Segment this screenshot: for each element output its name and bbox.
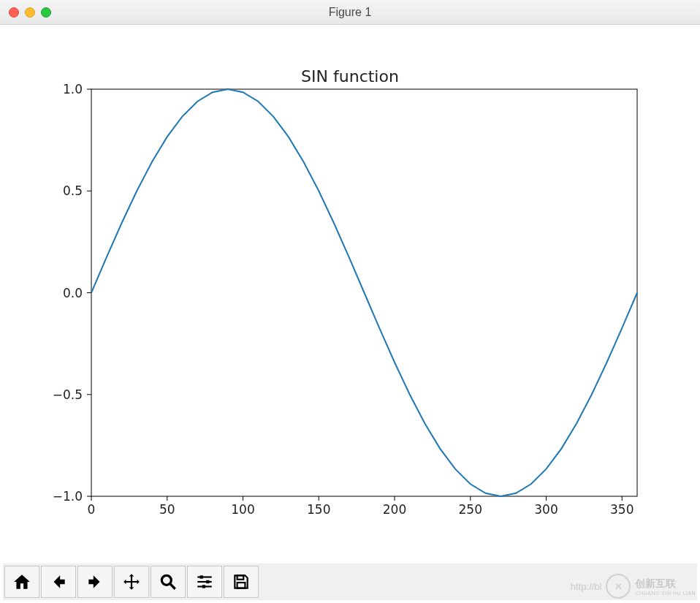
matplotlib-toolbar [3,564,697,600]
x-tick-label: 0 [88,502,96,517]
svg-point-14 [161,575,171,585]
window-title: Figure 1 [0,6,700,19]
x-tick-label: 200 [383,502,406,517]
save-button[interactable] [224,566,259,598]
x-tick-label: 100 [231,502,254,517]
svg-rect-23 [237,583,246,588]
zoom-button[interactable] [151,566,186,598]
back-button[interactable] [41,566,76,598]
y-tick-label: −0.5 [53,387,83,402]
window-titlebar: Figure 1 [0,0,700,25]
save-icon [232,572,251,591]
svg-rect-19 [206,580,209,583]
home-icon [12,572,31,591]
x-tick-label: 250 [459,502,482,517]
svg-rect-22 [237,575,244,579]
svg-rect-21 [202,585,205,588]
home-button[interactable] [4,566,39,598]
sliders-icon [195,572,214,591]
forward-button[interactable] [77,566,113,598]
configure-button[interactable] [187,566,222,598]
move-icon [122,572,141,591]
arrow-left-icon [49,572,68,591]
series-line [91,89,637,496]
arrow-right-icon [85,572,104,591]
figure-canvas: SIN function 050100150200250300350−1.0−0… [0,25,700,558]
x-tick-label: 50 [159,502,175,517]
svg-line-15 [170,584,175,589]
plot-svg: 050100150200250300350−1.0−0.50.00.51.0 [0,25,700,558]
svg-rect-17 [200,575,203,578]
y-tick-label: 0.5 [63,183,83,198]
pan-button[interactable] [114,566,149,598]
y-tick-label: 0.0 [63,286,83,300]
x-tick-label: 150 [307,502,330,517]
y-tick-label: 1.0 [63,82,83,96]
y-tick-label: −1.0 [53,489,83,504]
zoom-icon [159,572,178,591]
x-tick-label: 300 [534,502,558,517]
x-tick-label: 350 [610,502,634,517]
